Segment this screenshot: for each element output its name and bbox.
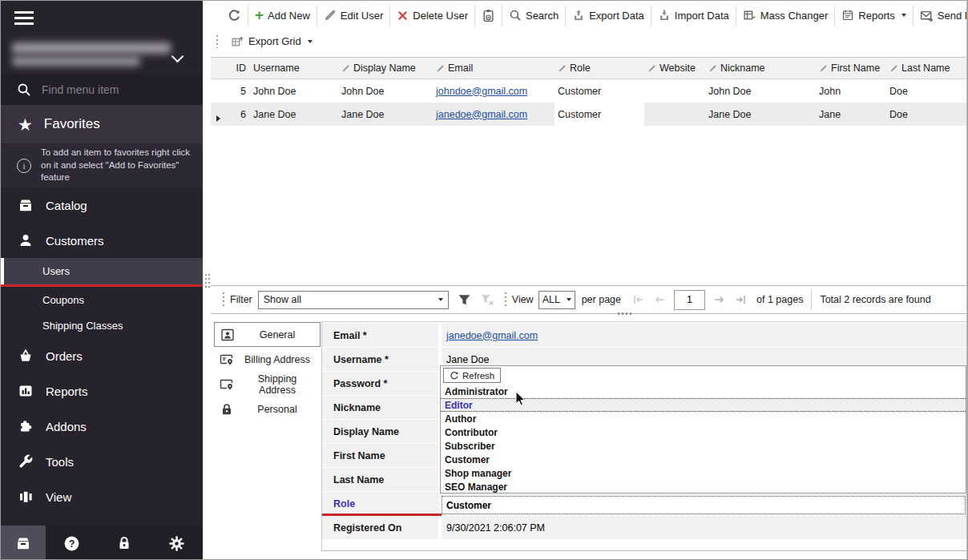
sidebar-item-label: View [46,490,71,504]
apply-filter-icon[interactable] [457,293,472,307]
tab-general[interactable]: General [214,322,321,347]
search-button[interactable]: Search [502,4,565,26]
table-row-selected[interactable]: 6 Jane Doe Jane Doe janedoe@gmail.com Cu… [211,103,966,126]
sidebar-item-users[interactable]: Users [1,258,203,284]
email-field-label: Email * [322,324,440,347]
grid-cell-display-name: Jane Doe [338,103,433,126]
sidebar-item-catalog[interactable]: Catalog [1,187,203,223]
send-email-label: Send E-Mail [938,10,968,22]
next-page-icon[interactable] [713,294,726,305]
filter-dropdown[interactable]: Show all [258,291,449,309]
dropdown-refresh-button[interactable]: Refresh [443,368,501,383]
info-icon: i [17,159,31,173]
role-field-editor[interactable]: Customer [442,496,966,514]
table-row[interactable]: 5 John Doe John Doe johndoe@gmail.com Cu… [211,79,966,103]
clear-filter-icon[interactable] [480,293,495,307]
previous-page-icon[interactable] [653,294,666,305]
col-header-id[interactable]: ID [223,58,250,79]
role-option-editor-highlighted[interactable]: Editor [441,398,966,412]
toolbar-drag-grip[interactable] [216,35,218,48]
search-label: Search [526,10,559,22]
toolbar-drag-grip[interactable] [223,292,224,307]
sidebar-item-shipping-classes[interactable]: Shipping Classes [1,312,203,338]
role-option-customer[interactable]: Customer [441,453,966,466]
sidebar-item-customers[interactable]: Customers [1,223,203,258]
shipping-address-icon [220,377,234,392]
sidebar-item-coupons[interactable]: Coupons [1,287,203,312]
pages-count-label: of 1 pages [756,294,803,305]
col-header-website[interactable]: Website [644,58,705,79]
help-button[interactable]: ? [46,535,98,552]
export-data-button[interactable]: Export Data [566,4,651,26]
secondary-toolbar: Export Grid [203,31,319,51]
per-page-label: per page [582,294,621,305]
tab-billing-address[interactable]: Billing Address [214,347,321,372]
customers-icon [18,232,34,248]
sidebar-item-tools[interactable]: Tools [1,444,203,479]
email-field[interactable]: janedoe@gmail.com [442,324,966,347]
export-grid-button[interactable]: Export Grid [224,30,319,53]
pencil-icon [819,64,828,73]
password-field-label: Password * [322,372,440,395]
per-page-dropdown[interactable]: ALL [538,291,575,309]
add-new-button[interactable]: + Add New [248,4,317,26]
email-link[interactable]: janedoe@gmail.com [436,109,527,120]
col-header-last-name[interactable]: Last Name [886,58,966,79]
col-header-first-name[interactable]: First Name [816,58,886,79]
import-data-button[interactable]: Import Data [651,4,736,26]
role-option-seo-manager[interactable]: SEO Manager [441,480,966,494]
delete-user-label: Delete User [413,10,468,22]
caret-down-icon [567,298,571,301]
red-cross-icon [397,10,409,22]
tab-shipping-address[interactable]: Shipping Address [214,372,321,397]
panel-splitter-grip[interactable] [205,274,210,288]
filter-dropdown-value: Show all [264,294,301,305]
email-link[interactable]: johndoe@gmail.com [436,86,527,97]
col-header-role[interactable]: Role [555,58,644,79]
grid-cell-last-name: Doe [886,79,966,103]
refresh-button[interactable] [221,4,248,26]
edit-user-button[interactable]: Edit User [317,4,389,26]
reports-dropdown-button[interactable]: Reports [835,4,913,26]
sidebar-item-favorites[interactable]: ★ Favorites [1,105,203,143]
settings-button[interactable] [151,535,203,552]
role-option-subscriber[interactable]: Subscriber [441,439,966,453]
mass-changer-button[interactable]: * Mass Changer [736,4,835,26]
page-number-input[interactable] [674,290,705,310]
role-option-contributor[interactable]: Contributor [441,425,966,439]
first-page-icon[interactable] [632,294,645,305]
grid-cell-role-editing[interactable]: Customer [555,103,644,126]
role-option-shop-manager[interactable]: Shop manager [441,466,966,480]
col-header-display-name[interactable]: Display Name [338,58,433,79]
search-icon [509,9,522,22]
sidebar-item-orders[interactable]: Orders [1,338,203,373]
tab-label: Shipping Address [240,373,315,396]
horizontal-splitter-grip[interactable] [618,312,631,315]
role-option-author[interactable]: Author [441,412,966,425]
send-email-button[interactable]: Send E-Mail [914,4,968,26]
account-selector[interactable] [9,41,195,73]
col-header-email[interactable]: Email [433,58,555,79]
col-header-username[interactable]: Username [250,58,338,79]
grid-cell-display-name: John Doe [338,79,433,103]
toolbar-drag-grip[interactable] [505,292,506,307]
role-field-label: Role [322,492,440,515]
email-link[interactable]: janedoe@gmail.com [446,330,538,341]
store-icon-button[interactable] [1,526,46,560]
sidebar-search-input[interactable]: Find menu item [1,75,203,105]
last-page-icon[interactable] [734,294,747,305]
store-icon [15,535,31,551]
sidebar-item-label: Coupons [42,294,84,306]
tab-personal[interactable]: Personal [214,397,321,421]
delete-user-button[interactable]: Delete User [390,4,474,26]
form-row-registered-on: Registered On 9/30/2021 2:06:07 PM [322,516,966,539]
sidebar-item-addons[interactable]: Addons [1,409,203,444]
last-name-field-label: Last Name [322,468,440,491]
sidebar-item-view[interactable]: View [1,479,203,514]
role-option-administrator[interactable]: Administrator [441,385,966,398]
sidebar-item-reports[interactable]: Reports [1,373,203,409]
lock-button[interactable] [98,535,150,551]
preview-button[interactable] [475,4,502,26]
hamburger-menu-icon[interactable] [14,11,34,25]
col-header-nickname[interactable]: Nickname [705,58,816,79]
